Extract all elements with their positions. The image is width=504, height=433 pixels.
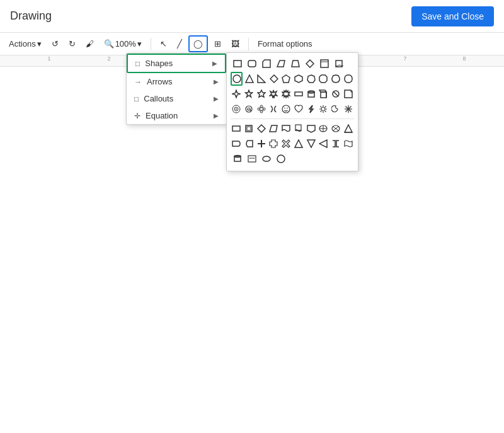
shape-octagon[interactable]	[318, 72, 329, 86]
shape-moon[interactable]	[330, 102, 342, 116]
shape-flow-tape[interactable]	[342, 137, 354, 151]
shape-flow-stored[interactable]	[243, 137, 255, 151]
shape-flow-down-tri[interactable]	[305, 137, 317, 151]
shape-rt-triangle[interactable]	[256, 72, 268, 86]
shape-flow-manual[interactable]	[245, 152, 259, 166]
line-tool-icon: ╱	[177, 39, 182, 49]
format-options-label: Format options	[258, 39, 312, 49]
shape-flow-summing[interactable]	[330, 122, 342, 136]
svg-marker-17	[345, 75, 352, 83]
ruler-num-1: 1	[47, 55, 50, 62]
shape-dodecagon[interactable]	[342, 72, 354, 86]
shape-snip-rect[interactable]	[260, 57, 273, 71]
shape-star8[interactable]	[280, 87, 292, 101]
shape-flow-triangle[interactable]	[342, 122, 354, 136]
redo-button[interactable]: ↻	[65, 37, 79, 51]
shape-flow-alt[interactable]	[243, 122, 255, 136]
shape-target[interactable]	[231, 102, 243, 116]
shape-flow-process[interactable]	[231, 122, 243, 136]
shape-hexagon[interactable]	[293, 72, 305, 86]
shape-diamond-rect[interactable]	[303, 57, 317, 71]
shape-flow-up-tri[interactable]	[293, 137, 305, 151]
svg-line-55	[325, 107, 326, 108]
shape-wave-rect[interactable]	[332, 57, 346, 71]
shape-flow-data[interactable]	[231, 152, 244, 166]
shape-flow-left-tri[interactable]	[318, 137, 329, 151]
shapes-row-7	[231, 152, 354, 166]
textbox-tool-button[interactable]: ⊞	[210, 37, 225, 51]
shape-flow-decision[interactable]	[255, 122, 267, 136]
shape-diamond[interactable]	[268, 72, 280, 86]
shape-frame[interactable]	[318, 57, 331, 71]
shape-ellipse[interactable]	[231, 72, 243, 86]
shape-tool-button[interactable]: ◯	[188, 35, 208, 52]
callouts-submenu-arrow-icon: ▶	[214, 95, 219, 102]
shape-parallelogram[interactable]	[274, 57, 288, 71]
svg-point-36	[236, 108, 237, 110]
shape-flower[interactable]	[255, 102, 267, 116]
format-options-button[interactable]: Format options	[254, 37, 316, 51]
shape-rounded-rect[interactable]	[245, 57, 259, 71]
shape-lightning[interactable]	[305, 102, 317, 116]
shape-bracket[interactable]	[268, 102, 280, 116]
shape-flow-bracket2[interactable]	[330, 137, 342, 151]
select-tool-button[interactable]: ↖	[156, 37, 171, 51]
shape-triangle[interactable]	[243, 72, 255, 86]
zoom-button[interactable]: 🔍 100% ▾	[100, 37, 146, 51]
shape-bent-arrow[interactable]	[293, 87, 305, 101]
shape-at-sign[interactable]	[243, 102, 255, 116]
equation-menu-icon: ✛	[134, 112, 140, 120]
shape-flow-doc[interactable]	[280, 122, 292, 136]
svg-line-56	[321, 111, 322, 112]
shape-flow-circle[interactable]	[274, 152, 288, 166]
shape-rectangle[interactable]	[231, 57, 244, 71]
toolbar-separator-1	[151, 38, 151, 50]
shape-trapezoid[interactable]	[289, 57, 302, 71]
shape-smiley[interactable]	[280, 102, 292, 116]
shape-cube[interactable]	[318, 87, 329, 101]
shape-star6[interactable]	[255, 87, 267, 101]
shape-flow-offpage[interactable]	[305, 122, 317, 136]
svg-point-46	[287, 108, 288, 109]
svg-marker-82	[319, 140, 327, 147]
shape-star7[interactable]	[268, 87, 280, 101]
svg-marker-5	[306, 60, 314, 67]
menu-item-shapes[interactable]: □ Shapes ▶	[127, 54, 226, 73]
shape-star5[interactable]	[243, 87, 255, 101]
shape-sun[interactable]	[318, 102, 329, 116]
svg-rect-23	[295, 92, 302, 96]
header: Drawing Save and Close	[0, 0, 504, 33]
shape-decagon[interactable]	[330, 72, 342, 86]
image-tool-button[interactable]: 🖼	[227, 37, 243, 51]
shape-no-symbol[interactable]	[330, 87, 342, 101]
actions-menu-button[interactable]: Actions ▾	[5, 37, 45, 51]
shape-pentagon[interactable]	[280, 72, 292, 86]
shape-heptagon[interactable]	[305, 72, 317, 86]
menu-item-callouts[interactable]: □ Callouts ▶	[127, 90, 226, 107]
line-tool-button[interactable]: ╱	[173, 37, 186, 51]
shape-flow-multidoc[interactable]	[293, 122, 305, 136]
svg-marker-78	[270, 140, 277, 147]
shape-flow-oval[interactable]	[260, 152, 273, 166]
menu-item-arrows[interactable]: → Arrows ▶	[127, 73, 226, 90]
svg-rect-61	[232, 126, 240, 131]
undo-button[interactable]: ↺	[48, 37, 62, 51]
shape-flow-or[interactable]	[318, 122, 329, 136]
shape-flow-plus[interactable]	[268, 137, 280, 151]
shape-flow-para[interactable]	[268, 122, 280, 136]
shape-star4[interactable]	[231, 87, 243, 101]
shape-flow-cross[interactable]	[255, 137, 267, 151]
shape-flow-xshape[interactable]	[280, 137, 292, 151]
shape-heart[interactable]	[293, 102, 305, 116]
shape-flow-delay[interactable]	[231, 137, 243, 151]
save-close-button[interactable]: Save and Close	[411, 6, 494, 26]
callouts-menu-icon: □	[134, 95, 139, 103]
svg-rect-63	[247, 127, 251, 130]
shape-note[interactable]	[342, 87, 354, 101]
zoom-icon: 🔍	[104, 39, 114, 49]
paint-format-button[interactable]: 🖌	[82, 37, 98, 51]
shapes-row-4	[231, 102, 354, 116]
shape-cylinder[interactable]	[305, 87, 317, 101]
menu-item-equation[interactable]: ✛ Equation ▶	[127, 107, 226, 124]
shape-snowflake[interactable]	[342, 102, 354, 116]
